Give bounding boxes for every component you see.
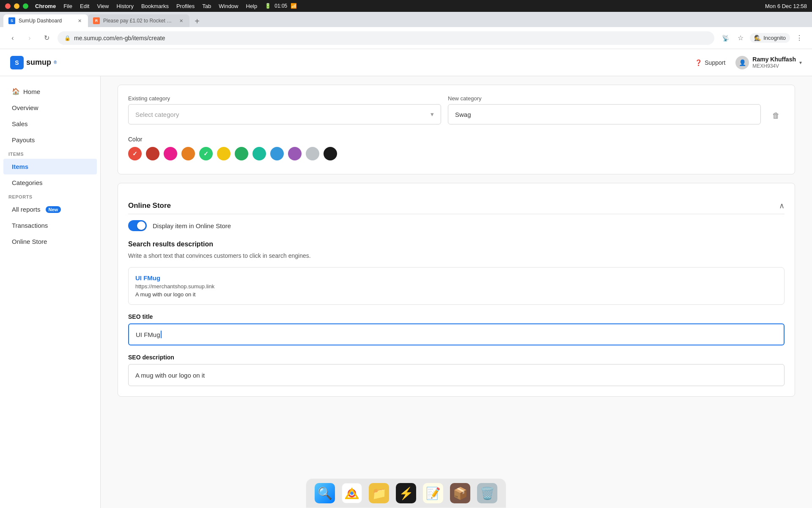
sidebar: 🏠 Home Overview Sales Payouts ITEMS Item… [0, 49, 101, 508]
mac-menu-profiles[interactable]: Profiles [176, 3, 195, 9]
preview-url: https://merchantshop.sumup.link [135, 283, 777, 290]
sidebar-sales-label: Sales [12, 120, 28, 127]
sidebar-reports-section: REPORTS [0, 191, 100, 201]
battery-percent: 01:05 [274, 3, 287, 9]
incognito-icon: 🕵️ [754, 35, 761, 41]
text-cursor [161, 331, 162, 338]
mac-close-dot[interactable] [5, 3, 11, 9]
sidebar-items-section: ITEMS [0, 148, 100, 158]
color-dot-7[interactable] [235, 147, 248, 160]
sidebar-item-categories[interactable]: Categories [3, 175, 97, 190]
tab-2-close[interactable]: ✕ [178, 17, 184, 24]
color-dot-3[interactable] [164, 147, 177, 160]
sidebar-item-sales[interactable]: Sales [3, 116, 97, 132]
color-dot-12[interactable] [324, 147, 337, 160]
tab-2[interactable]: R Please pay £1.02 to Rocket Ge... ✕ [88, 14, 189, 27]
mac-menu-file[interactable]: File [63, 3, 72, 9]
online-store-title: Online Store [128, 202, 171, 210]
mac-menu-edit[interactable]: Edit [80, 3, 89, 9]
color-dot-9[interactable] [270, 147, 284, 160]
color-dot-11[interactable] [306, 147, 319, 160]
new-tab-button[interactable]: + [191, 15, 203, 27]
mac-menu-help[interactable]: Help [246, 3, 258, 9]
url-text: me.sumup.com/en-gb/items/create [74, 35, 165, 41]
mac-zoom-dot[interactable] [23, 3, 28, 9]
seo-desc-value: A mug with our logo on it [135, 372, 205, 379]
home-icon: 🏠 [12, 88, 20, 95]
mac-bar: Chrome File Edit View History Bookmarks … [0, 0, 812, 12]
sidebar-item-items[interactable]: Items [3, 159, 97, 174]
tab-1[interactable]: S SumUp Dashboard ✕ [3, 14, 88, 27]
address-bar: ‹ › ↻ 🔒 me.sumup.com/en-gb/items/create … [0, 27, 812, 49]
delete-category-button[interactable]: 🗑 [768, 105, 785, 126]
select-placeholder: Select category [135, 111, 179, 118]
new-category-value: Swag [455, 111, 471, 118]
color-dot-2[interactable] [146, 147, 159, 160]
mac-minimize-dot[interactable] [14, 3, 19, 9]
sidebar-inner: 🏠 Home Overview Sales Payouts ITEMS Item… [0, 76, 100, 257]
seo-desc-input[interactable]: A mug with our logo on it [128, 364, 785, 386]
address-right-actions: 📡 ☆ 🕵️ Incognito ⋮ [719, 32, 805, 44]
sidebar-item-overview[interactable]: Overview [3, 100, 97, 116]
tab-2-favicon: R [93, 17, 100, 24]
cast-icon[interactable]: 📡 [719, 32, 731, 44]
address-input[interactable]: 🔒 me.sumup.com/en-gb/items/create [58, 31, 714, 45]
dock-folder-icon[interactable]: 📁 [369, 483, 389, 503]
dock-chrome-icon[interactable] [342, 483, 362, 503]
battery-icon: 🔋 [265, 3, 271, 9]
new-category-label: New category [448, 95, 761, 102]
sidebar-item-payouts[interactable]: Payouts [3, 132, 97, 148]
search-results-title: Search results description [128, 240, 785, 248]
color-dot-5[interactable] [199, 147, 213, 160]
mac-menu-view[interactable]: View [97, 3, 109, 9]
user-button[interactable]: 👤 Ramy Khuffash MEXH934V ▾ [735, 56, 802, 69]
trash-icon: 🗑 [772, 111, 780, 120]
app-header: S sumup ® ❓ Support 👤 Ramy Khuffash MEXH… [0, 49, 812, 76]
back-button[interactable]: ‹ [7, 32, 19, 44]
incognito-button[interactable]: 🕵️ Incognito [750, 33, 790, 43]
dock-archive-icon[interactable]: 📦 [450, 483, 470, 503]
new-category-input[interactable]: Swag [448, 104, 761, 124]
existing-category-select[interactable]: Select category ▾ [128, 104, 441, 124]
tab-1-close[interactable]: ✕ [76, 17, 83, 24]
color-dot-4[interactable] [181, 147, 195, 160]
tab-1-favicon: S [8, 17, 15, 24]
wifi-icon: 📶 [291, 3, 297, 9]
sidebar-item-home[interactable]: 🏠 Home [3, 83, 97, 99]
seo-title-input[interactable]: UI FMug [128, 323, 785, 345]
mac-menu-history[interactable]: History [116, 3, 133, 9]
color-dot-8[interactable] [252, 147, 266, 160]
bookmark-icon[interactable]: ☆ [735, 32, 746, 44]
dock-notes-icon[interactable]: 📝 [423, 483, 443, 503]
user-avatar: 👤 [735, 56, 749, 69]
user-id: MEXH934V [752, 63, 796, 69]
dock-finder-icon[interactable]: 🔍 [315, 483, 335, 503]
sidebar-item-all-reports[interactable]: All reports New [3, 202, 97, 217]
dock-trash-icon[interactable]: 🗑️ [477, 483, 497, 503]
chevron-down-icon: ▾ [799, 60, 802, 66]
toggle-label: Display item in Online Store [153, 222, 231, 229]
sidebar-all-reports-label: All reports [12, 206, 41, 213]
online-store-header[interactable]: Online Store ∧ [128, 193, 785, 214]
sidebar-items-label: Items [12, 163, 28, 170]
color-dot-6[interactable] [217, 147, 230, 160]
mac-menu-bookmarks[interactable]: Bookmarks [141, 3, 169, 9]
support-button[interactable]: ❓ Support [695, 59, 725, 66]
reload-button[interactable]: ↻ [41, 32, 52, 44]
sidebar-categories-label: Categories [12, 179, 43, 186]
sidebar-item-online-store[interactable]: Online Store [3, 234, 97, 249]
user-info: Ramy Khuffash MEXH934V [752, 56, 796, 69]
color-dot-1[interactable] [128, 147, 142, 160]
mac-menu: File Edit View History Bookmarks Profile… [63, 3, 257, 9]
mac-menu-window[interactable]: Window [219, 3, 238, 9]
forward-button[interactable]: › [24, 32, 36, 44]
existing-category-group: Existing category Select category ▾ [128, 95, 441, 124]
sidebar-online-store-label: Online Store [12, 238, 47, 245]
color-dot-10[interactable] [288, 147, 302, 160]
mac-menu-tab[interactable]: Tab [202, 3, 211, 9]
menu-button[interactable]: ⋮ [793, 32, 805, 44]
sidebar-item-transactions[interactable]: Transactions [3, 218, 97, 233]
display-toggle[interactable] [128, 220, 147, 231]
dock-bolt-icon[interactable]: ⚡ [396, 483, 416, 503]
sidebar-payouts-label: Payouts [12, 136, 35, 144]
